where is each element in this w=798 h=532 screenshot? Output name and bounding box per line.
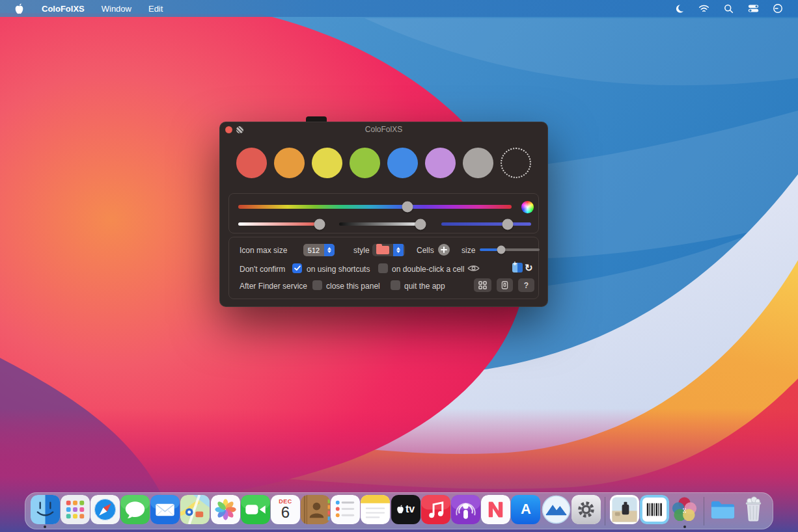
dock-podcasts[interactable]: [451, 495, 480, 527]
alpha-slider[interactable]: [441, 222, 531, 226]
help-button[interactable]: ?: [518, 278, 534, 292]
dock-maps[interactable]: [180, 495, 210, 527]
swatch-red[interactable]: [236, 148, 267, 178]
barcode-icon: [640, 495, 669, 524]
desktop: ColoFolXS Window Edit: [0, 0, 798, 532]
dock-contacts[interactable]: [301, 495, 330, 527]
apple-menu-icon[interactable]: [13, 3, 25, 14]
checkbox-quit-the-app[interactable]: [391, 280, 400, 290]
finder-icon: [31, 495, 60, 524]
color-swatch-row: [236, 148, 531, 178]
red-folder-icon: [376, 246, 389, 254]
checkbox-close-this-panel[interactable]: [312, 280, 322, 290]
alpha-slider-knob[interactable]: [502, 219, 514, 230]
swatch-purple[interactable]: [425, 148, 456, 178]
on-using-shortcuts-label: on using shortcuts: [307, 265, 370, 274]
grid-view-button[interactable]: [474, 278, 491, 292]
close-this-panel-label: close this panel: [326, 282, 380, 291]
clock-icon[interactable]: [772, 3, 784, 14]
dock-photos[interactable]: [210, 495, 240, 527]
wifi-icon[interactable]: [698, 3, 709, 14]
brightness-slider[interactable]: [339, 222, 422, 226]
brightness-slider-knob[interactable]: [415, 219, 426, 230]
stepper-arrows-icon[interactable]: [393, 244, 404, 256]
colofolxs-icon: [670, 495, 699, 524]
photo-file-icon: [610, 495, 639, 524]
plus-icon: [441, 246, 447, 253]
swatch-gray[interactable]: [463, 148, 493, 178]
dock-calendar[interactable]: DEC 6: [271, 495, 300, 527]
cell-size-slider[interactable]: [480, 248, 540, 251]
dock-photo-file[interactable]: [610, 495, 639, 527]
contacts-icon: [301, 495, 330, 524]
saturation-slider[interactable]: [238, 222, 320, 226]
swatch-green[interactable]: [350, 148, 380, 178]
dock-apple-tv[interactable]: tv: [391, 495, 420, 527]
icon-max-size-stepper[interactable]: 512: [303, 244, 335, 256]
color-wheel-button[interactable]: [521, 201, 534, 213]
add-cell-button[interactable]: [438, 244, 450, 256]
dock-colofolxs[interactable]: [670, 495, 699, 527]
tv-label: tv: [406, 503, 415, 515]
dock-trash[interactable]: [738, 495, 767, 527]
style-dropdown[interactable]: [372, 244, 405, 256]
hue-slider-knob[interactable]: [402, 202, 413, 213]
swatch-orange[interactable]: [274, 148, 305, 178]
dock-mail[interactable]: [150, 495, 180, 527]
saturation-slider-knob[interactable]: [314, 219, 325, 230]
facetime-icon: [241, 495, 270, 524]
notes-icon: [361, 495, 390, 524]
controls-panel: Icon max size 512 style Cells size: [228, 237, 539, 299]
eye-icon[interactable]: [467, 264, 480, 273]
dock-finder[interactable]: [30, 495, 59, 527]
dock-facetime[interactable]: [241, 495, 270, 527]
window-titlebar[interactable]: ColoFolXS: [219, 122, 548, 137]
colofolxs-window: ColoFolXS: [219, 122, 548, 307]
dock-messages[interactable]: [120, 495, 150, 527]
cell-size-knob[interactable]: [497, 246, 506, 254]
dock-notes[interactable]: [361, 495, 390, 527]
running-indicator: [683, 525, 686, 528]
hue-slider[interactable]: [238, 205, 512, 209]
panel-button[interactable]: [497, 278, 513, 292]
dock-system-preferences[interactable]: [571, 495, 600, 527]
reminders-icon: [331, 495, 360, 524]
photos-icon: [211, 495, 240, 524]
menu-edit[interactable]: Edit: [148, 4, 163, 14]
search-icon[interactable]: [722, 3, 734, 14]
sliders-panel: [228, 193, 539, 233]
dock-divider: [605, 497, 605, 525]
check-icon: [294, 265, 301, 271]
dock-news[interactable]: [481, 495, 510, 527]
control-center-icon[interactable]: [747, 3, 759, 14]
swatch-empty[interactable]: [501, 148, 531, 178]
launchpad-icon: [61, 495, 90, 524]
cells-label: Cells: [417, 246, 434, 255]
refresh-icon[interactable]: ↻: [525, 262, 533, 274]
dock-reminders[interactable]: [331, 495, 360, 527]
running-indicator: [44, 525, 46, 528]
dock-barcode-app[interactable]: [640, 495, 669, 527]
calendar-day: 6: [271, 505, 300, 520]
swatch-blue[interactable]: [387, 148, 418, 178]
swatch-yellow[interactable]: [312, 148, 342, 178]
finder-add-icon[interactable]: [512, 263, 523, 273]
checkbox-on-double-click[interactable]: [378, 263, 388, 273]
dark-mode-moon-icon[interactable]: [673, 3, 685, 14]
checkbox-on-using-shortcuts[interactable]: [292, 263, 302, 273]
dock-music[interactable]: [421, 495, 450, 527]
mountain-app-icon: [542, 495, 571, 524]
dock-safari[interactable]: [90, 495, 120, 527]
apple-tv-icon: tv: [391, 495, 420, 524]
dock-downloads-folder[interactable]: [708, 495, 737, 527]
app-store-letter: A: [521, 501, 531, 518]
gear-icon: [571, 495, 601, 524]
menu-window[interactable]: Window: [102, 4, 131, 14]
dock-mountain-app[interactable]: [541, 495, 570, 527]
stepper-arrows-icon[interactable]: [324, 244, 335, 256]
menu-app-name[interactable]: ColoFolXS: [42, 4, 85, 14]
maps-icon: [180, 495, 210, 524]
icon-max-size-value: 512: [303, 246, 324, 254]
dock-app-store[interactable]: A: [511, 495, 540, 527]
dock-launchpad[interactable]: [61, 495, 90, 527]
